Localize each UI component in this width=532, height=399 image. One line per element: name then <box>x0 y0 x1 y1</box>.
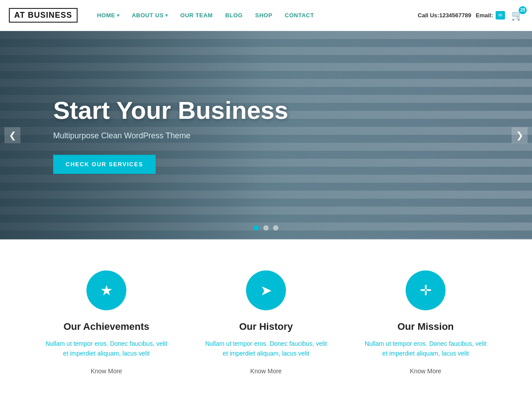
email-icon[interactable]: ✉ <box>496 11 505 20</box>
main-nav: HOME ▾ ABOUT US ▾ OUR TEAM BLOG SHOP CON… <box>91 10 523 21</box>
achievements-desc: Nullam ut tempor eros. Donec faucibus, v… <box>44 339 168 359</box>
logo[interactable]: AT BUSINESS <box>9 8 78 23</box>
history-desc: Nullam ut tempor eros. Donec faucibus, v… <box>204 339 328 359</box>
achievements-title: Our Achievements <box>63 321 149 332</box>
header: AT BUSINESS HOME ▾ ABOUT US ▾ OUR TEAM B… <box>0 0 532 31</box>
check-services-button[interactable]: CHECK OUR SERVICES <box>53 155 156 174</box>
hero-subtitle: Multipurpose Clean WordPress Theme <box>53 131 288 141</box>
hero-section: Start Your Business Multipurpose Clean W… <box>0 31 532 239</box>
cart-button[interactable]: 🛒 29 <box>511 10 523 21</box>
crosshair-icon: ✛ <box>420 282 432 299</box>
hero-title: Start Your Business <box>53 97 288 124</box>
features-section: ★ Our Achievements Nullam ut tempor eros… <box>0 239 532 399</box>
nav-home[interactable]: HOME ▾ <box>91 12 126 19</box>
hero-prev-button[interactable]: ❮ <box>4 127 20 143</box>
mission-title: Our Mission <box>397 321 454 332</box>
nav-contact[interactable]: CONTACT <box>278 12 320 19</box>
feature-mission: ✛ Our Mission Nullam ut tempor eros. Don… <box>346 270 505 375</box>
feature-history: ➤ Our History Nullam ut tempor eros. Don… <box>186 270 346 375</box>
achievements-link[interactable]: Know More <box>91 368 122 375</box>
history-icon-circle: ➤ <box>246 270 286 310</box>
hero-dot-3[interactable] <box>273 225 278 231</box>
feature-achievements: ★ Our Achievements Nullam ut tempor eros… <box>27 270 186 375</box>
hero-content: Start Your Business Multipurpose Clean W… <box>53 97 288 174</box>
hero-next-button[interactable]: ❯ <box>512 127 528 143</box>
achievements-icon-circle: ★ <box>86 270 126 310</box>
cart-badge: 29 <box>519 6 527 14</box>
nav-about[interactable]: ABOUT US ▾ <box>125 12 174 19</box>
chevron-down-icon: ▾ <box>117 13 120 18</box>
chevron-down-icon: ▾ <box>165 13 168 18</box>
mission-link[interactable]: Know More <box>410 368 442 375</box>
history-link[interactable]: Know More <box>250 368 282 375</box>
email-label: Email: <box>476 12 493 19</box>
star-icon: ★ <box>100 282 113 299</box>
call-info: Call Us:1234567789 <box>418 12 471 19</box>
nav-team[interactable]: OUR TEAM <box>174 12 219 19</box>
chevron-left-icon: ❮ <box>9 130 16 141</box>
arrow-right-icon: ➤ <box>260 282 272 299</box>
mission-desc: Nullam ut tempor eros. Donec faucibus, v… <box>364 339 488 359</box>
hero-dot-2[interactable] <box>263 225 269 231</box>
nav-shop[interactable]: SHOP <box>249 12 278 19</box>
chevron-right-icon: ❯ <box>516 130 524 141</box>
mission-icon-circle: ✛ <box>406 270 446 310</box>
history-title: Our History <box>239 321 293 332</box>
nav-blog[interactable]: BLOG <box>219 12 249 19</box>
hero-dots <box>254 225 278 231</box>
hero-dot-1[interactable] <box>254 225 259 231</box>
